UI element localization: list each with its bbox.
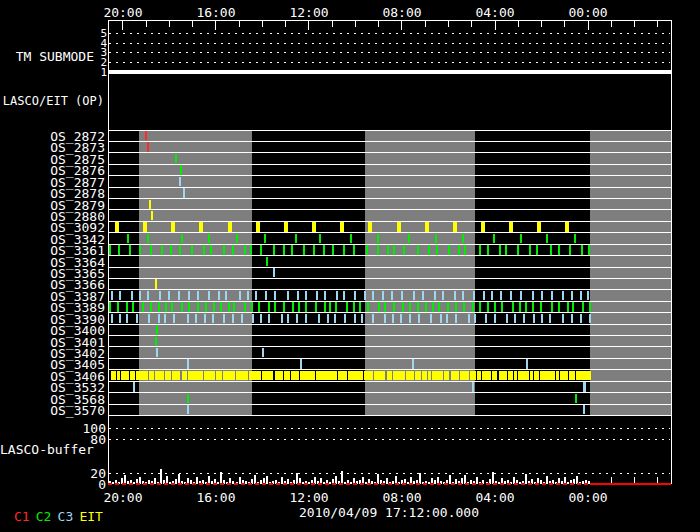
row-separator [108, 324, 671, 325]
event-tick [551, 291, 553, 300]
tm-gridline [109, 43, 670, 44]
event-tick [184, 371, 187, 380]
event-tick [164, 314, 166, 323]
top-axis-minor-tick [285, 21, 286, 27]
event-tick [268, 302, 270, 311]
event-tick [377, 245, 379, 254]
event-tick [132, 371, 135, 380]
event-tick [382, 291, 384, 300]
event-tick [151, 371, 154, 380]
event-tick [533, 314, 535, 323]
event-tick [148, 314, 150, 323]
event-tick [284, 222, 288, 231]
event-tick [562, 291, 564, 300]
event-tick [200, 371, 203, 380]
event-tick [582, 302, 584, 311]
timeline-plot-screen: TM SUBMODE LASCO/EIT (OP) LASCO-buffer 2… [0, 0, 700, 532]
event-tick [262, 348, 264, 357]
event-tick [435, 234, 437, 243]
event-tick [155, 279, 157, 288]
bottom-time-label: 16:00 [190, 491, 242, 504]
event-tick [270, 371, 273, 380]
event-tick [430, 314, 432, 323]
top-axis-major-tick [401, 21, 402, 30]
event-tick [147, 142, 149, 151]
event-tick [400, 314, 402, 323]
event-tick [175, 154, 177, 163]
event-tick [179, 177, 181, 186]
event-tick [532, 291, 534, 300]
event-tick [501, 302, 503, 311]
event-tick [456, 371, 459, 380]
event-tick [150, 302, 152, 311]
event-tick [401, 291, 403, 300]
event-tick [551, 302, 553, 311]
event-tick [150, 245, 152, 254]
event-tick [319, 234, 321, 243]
event-tick [523, 314, 525, 323]
event-tick [384, 314, 386, 323]
os-row-label: OS_3570 [0, 404, 105, 417]
event-tick [168, 291, 170, 300]
event-tick [447, 302, 449, 311]
event-tick [204, 314, 206, 323]
top-axis-minor-tick [378, 21, 379, 27]
row-separator [108, 164, 671, 165]
event-tick [155, 337, 157, 346]
event-tick [526, 371, 529, 380]
event-tick [203, 245, 205, 254]
event-tick [298, 302, 300, 311]
top-axis-minor-tick [169, 21, 170, 27]
event-tick [305, 291, 307, 300]
event-tick [340, 222, 344, 231]
event-tick [583, 405, 585, 414]
event-tick [343, 291, 345, 300]
event-tick [455, 314, 457, 323]
row-separator [108, 415, 671, 416]
event-tick [540, 302, 542, 311]
event-tick [506, 314, 508, 323]
event-tick [425, 222, 429, 231]
event-tick [283, 302, 285, 311]
top-axis-minor-tick [262, 21, 263, 27]
event-tick [446, 314, 448, 323]
top-axis-major-tick [308, 21, 309, 30]
top-axis-minor-tick [239, 21, 240, 27]
event-tick [481, 222, 485, 231]
event-tick [213, 302, 215, 311]
event-tick [225, 291, 227, 300]
event-tick [346, 302, 348, 311]
tm-gridline [109, 33, 670, 34]
buffer-bar [160, 469, 162, 484]
event-tick [305, 302, 307, 311]
buffer-baseline-dashed [108, 483, 590, 485]
event-tick [479, 245, 481, 254]
event-tick [575, 394, 577, 403]
event-tick [177, 371, 180, 380]
event-tick [171, 222, 175, 231]
event-tick [156, 325, 158, 334]
event-tick [440, 371, 443, 380]
event-tick [353, 302, 355, 311]
event-tick [324, 291, 326, 300]
event-tick [127, 234, 129, 243]
event-tick [425, 302, 427, 311]
event-tick [552, 371, 555, 380]
event-tick [266, 257, 268, 266]
event-tick [295, 234, 297, 243]
event-tick [462, 291, 464, 300]
event-tick [228, 302, 230, 311]
legend-item-c1: C1 [14, 510, 30, 523]
event-tick [424, 371, 427, 380]
event-tick [487, 302, 489, 311]
row-separator [108, 278, 671, 279]
event-tick [296, 371, 299, 380]
event-tick [487, 245, 489, 254]
event-tick [581, 245, 583, 254]
event-tick [197, 302, 199, 311]
top-axis-major-tick [215, 21, 216, 30]
event-tick [191, 371, 194, 380]
event-tick [297, 291, 299, 300]
event-tick [210, 245, 212, 254]
tm-scale-label: 1 [96, 67, 107, 78]
